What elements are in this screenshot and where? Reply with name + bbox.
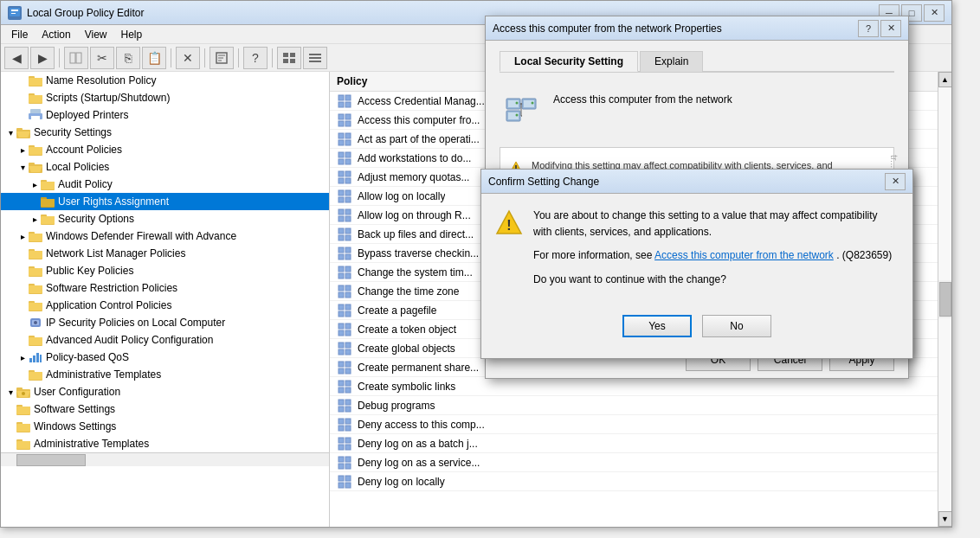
forward-button[interactable]: ▶ <box>30 47 55 69</box>
svg-rect-146 <box>338 387 344 393</box>
folder-icon-selected <box>41 195 55 208</box>
svg-rect-113 <box>345 228 351 234</box>
svg-rect-167 <box>345 483 351 488</box>
svg-rect-147 <box>345 387 351 393</box>
properties-dialog-title: Access this computer from the network Pr… <box>493 22 722 35</box>
policy-vertical-scrollbar[interactable]: ▲ ▼ <box>938 72 951 527</box>
confirm-close-button[interactable]: ✕ <box>885 173 906 190</box>
tree-item-win-settings[interactable]: Windows Settings <box>1 418 329 435</box>
tree-item-scripts[interactable]: Scripts (Startup/Shutdown) <box>1 89 329 106</box>
properties-help-button[interactable]: ? <box>858 20 879 37</box>
confirm-info-link[interactable]: Access this computer from the network <box>654 249 834 261</box>
show-hide-button[interactable] <box>64 47 88 69</box>
menu-help[interactable]: Help <box>114 27 150 42</box>
tree-item-network-list[interactable]: Network List Manager Policies <box>1 245 329 262</box>
close-button[interactable]: ✕ <box>924 4 945 22</box>
policy-grid-icon <box>337 113 352 127</box>
delete-button[interactable]: ✕ <box>176 47 200 69</box>
tab-local-security[interactable]: Local Security Setting <box>500 51 638 72</box>
tree-item-app-control[interactable]: Application Control Policies <box>1 297 329 314</box>
setting-name-text: Access this computer from the network <box>553 90 732 106</box>
properties-button[interactable] <box>210 47 234 69</box>
tree-item-admin-templates-uc[interactable]: Administrative Templates <box>1 435 329 452</box>
folder-icon <box>29 368 42 381</box>
svg-rect-120 <box>338 266 344 272</box>
tree-item-local-policies[interactable]: ▾ Local Policies <box>1 158 329 176</box>
folder-open-icon <box>16 126 30 138</box>
policy-item-19[interactable]: Deny log on as a service... <box>330 453 938 472</box>
hscroll-thumb[interactable] <box>16 454 86 466</box>
policy-item-17[interactable]: Deny access to this comp... <box>330 415 938 434</box>
menu-view[interactable]: View <box>78 27 114 42</box>
properties-tab-bar: Local Security Setting Explain <box>500 51 894 73</box>
properties-dialog-title-bar: Access this computer from the network Pr… <box>486 16 908 41</box>
tree-item-name-resolution[interactable]: Name Resolution Policy <box>1 72 329 89</box>
tree-item-user-config[interactable]: ▾ User Configuration <box>1 383 329 400</box>
confirm-dialog-buttons: Yes No <box>481 301 912 351</box>
ip-security-icon <box>29 317 42 329</box>
svg-rect-70 <box>29 372 42 380</box>
tree-item-audit-policy[interactable]: ▸ Audit Policy <box>1 176 329 193</box>
no-button[interactable]: No <box>702 315 771 337</box>
confirm-dialog-title: Confirm Setting Change <box>488 176 599 188</box>
policy-item-20[interactable]: Deny log on locally <box>330 472 938 491</box>
yes-button[interactable]: Yes <box>622 315 692 337</box>
svg-rect-4 <box>76 53 81 63</box>
toolbar-separator-5 <box>272 48 273 67</box>
tree-item-ip-security[interactable]: IP Security Policies on Local Computer <box>1 314 329 331</box>
view2-button[interactable] <box>303 47 327 69</box>
tree-item-sw-settings[interactable]: Software Settings <box>1 400 329 418</box>
scroll-down-arrow[interactable]: ▼ <box>938 511 952 527</box>
tab-explain[interactable]: Explain <box>640 51 703 72</box>
policy-grid-icon <box>337 418 352 432</box>
confirm-question: Do you want to continue with the change? <box>533 272 892 288</box>
svg-rect-10 <box>290 53 295 57</box>
policy-grid-icon <box>337 399 352 413</box>
tree-item-printers[interactable]: Deployed Printers <box>1 106 329 124</box>
confirm-dialog-content: ! You are about to change this setting t… <box>481 194 912 288</box>
svg-rect-1 <box>11 10 18 11</box>
svg-rect-139 <box>345 349 351 355</box>
menu-file[interactable]: File <box>4 27 35 42</box>
svg-rect-39 <box>41 199 55 207</box>
tree-item-security-options[interactable]: ▸ Security Options <box>1 210 329 227</box>
tree-item-user-rights[interactable]: User Rights Assignment <box>1 193 329 210</box>
tree-horizontal-scrollbar[interactable] <box>1 452 329 466</box>
tree-item-firewall[interactable]: ▸ Windows Defender Firewall with Advance <box>1 227 329 245</box>
svg-rect-161 <box>345 457 351 462</box>
toolbar-separator-1 <box>59 48 60 67</box>
svg-rect-140 <box>338 362 344 367</box>
app-icon <box>8 6 22 20</box>
tree-item-software-restriction[interactable]: Software Restriction Policies <box>1 279 329 297</box>
vscroll-thumb[interactable] <box>939 282 951 317</box>
copy-button[interactable]: ⎘ <box>116 47 140 69</box>
svg-rect-131 <box>345 311 351 317</box>
policy-grid-icon <box>337 323 352 336</box>
back-button[interactable]: ◀ <box>4 47 29 69</box>
policy-item-15[interactable]: Create symbolic links <box>330 377 938 396</box>
policy-grid-icon <box>337 132 352 146</box>
paste-button[interactable]: 📋 <box>142 47 166 69</box>
svg-rect-136 <box>338 343 344 348</box>
tree-item-admin-templates-gc[interactable]: Administrative Templates <box>1 366 329 383</box>
svg-rect-115 <box>345 235 351 240</box>
svg-rect-102 <box>338 178 344 183</box>
properties-close-button[interactable]: ✕ <box>880 20 901 37</box>
tree-item-account-policies[interactable]: ▸ Account Policies <box>1 141 329 158</box>
svg-rect-158 <box>338 445 344 450</box>
help-button[interactable]: ? <box>243 47 268 69</box>
svg-rect-85 <box>345 95 351 100</box>
tree-item-security-settings[interactable]: ▾ Security Settings <box>1 124 329 141</box>
policy-item-16[interactable]: Debug programs <box>330 396 938 415</box>
scroll-up-arrow[interactable]: ▲ <box>938 72 952 87</box>
cut-button[interactable]: ✂ <box>90 47 114 69</box>
svg-rect-104 <box>338 190 344 195</box>
svg-rect-12 <box>290 59 295 63</box>
tree-item-qos[interactable]: ▸ Policy-based QoS <box>1 349 329 366</box>
view1-button[interactable] <box>277 47 301 69</box>
menu-action[interactable]: Action <box>35 27 77 42</box>
svg-rect-149 <box>345 400 351 405</box>
tree-item-advanced-audit[interactable]: Advanced Audit Policy Configuration <box>1 331 329 349</box>
tree-item-public-key[interactable]: Public Key Policies <box>1 262 329 279</box>
policy-item-18[interactable]: Deny log on as a batch j... <box>330 434 938 453</box>
